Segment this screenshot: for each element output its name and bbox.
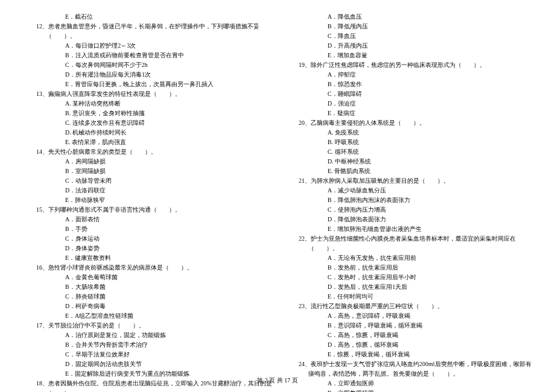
q15-option-d: D．身体姿势: [36, 244, 274, 253]
right-column: A．降低血压 B．降低颅内压 C．降血压 D．升高颅内压 E．增加血容量 19、…: [299, 12, 537, 392]
q14-option-b: B．室间隔缺损: [36, 166, 274, 176]
q13-option-d: D. 机械动作持续时间长: [36, 128, 274, 138]
q19-option-a: A．抑郁症: [299, 70, 537, 80]
q19-option-d: D．强迫症: [299, 99, 537, 109]
q22-option-a: A．无论有无发热，抗生素应用前: [299, 253, 537, 263]
q20-text: 20、乙脑病毒主要侵犯的人体系统是（ ）。: [299, 118, 537, 128]
q16-option-a: A．金黄色葡萄球菌: [36, 273, 274, 282]
q15-option-b: B．手势: [36, 224, 274, 234]
q22-option-e: E．任何时间均可: [299, 292, 537, 302]
q13-option-e: E. 表情呆滞，肌肉强直: [36, 138, 274, 147]
q20-option-e: E. 骨骼肌肉系统: [299, 166, 537, 176]
q12-option-e: E．胃管应每日更换，晚上拔出，次晨再由另一鼻孔插入: [36, 80, 274, 89]
q14-text: 14、先天性心脏病最常见的类型是（ ）。: [36, 147, 274, 157]
q17-option-a: A．治疗原则是复位，固定，功能锻炼: [36, 330, 274, 340]
q16-option-e: E．A组乙型溶血性链球菌: [36, 311, 274, 321]
q13-text: 13、癫痫病人强直阵挛发生的特征性表现是（ ）。: [36, 89, 274, 99]
q21-option-b: B．降低肺泡内泡沫的表面张力: [299, 195, 537, 205]
q21-text: 21、为肺水肿病人采取加压吸氧的主要目的是（ ）。: [299, 176, 537, 186]
q17-option-b: B．合并关节内骨折需手术治疗: [36, 340, 274, 350]
q14-option-a: A．房间隔缺损: [36, 157, 274, 166]
left-column: E．截石位 12、患者患脑血管意外，昏迷已半年，长期鼻饲，在护理操作中，下列哪项…: [36, 12, 274, 392]
q23-text: 23、流行性乙型脑炎极期最严重的三种症状（ ）。: [299, 302, 537, 311]
q18-option-e: E．增加血容量: [299, 51, 537, 60]
q20-option-a: A. 免疫系统: [299, 128, 537, 138]
q22-text: 22、护士为亚急性细菌性心内膜炎患者采集血培养标本时，最适宜的采集时间应在（ ）…: [299, 234, 537, 253]
q13-option-c: C. 连续多次发作且有意识障碍: [36, 118, 274, 128]
q23-option-a: A．高热，意识障碍，呼吸衰竭: [299, 311, 537, 321]
q20-option-c: C. 循环系统: [299, 147, 537, 157]
q17-option-d: D．固定期间勿活动患肢关节: [36, 359, 274, 369]
q18-option-b: B．降低颅内压: [299, 22, 537, 31]
q13-option-b: B. 意识丧失，全身对称性抽搐: [36, 109, 274, 118]
q16-option-b: B．大肠埃希菌: [36, 282, 274, 292]
q16-option-d: D．柯萨奇病毒: [36, 302, 274, 311]
q14-option-c: C．动脉导管未闭: [36, 176, 274, 186]
q15-option-e: E．健康宣教资料: [36, 253, 274, 263]
q15-text: 15、下列哪种沟通形式不属于非语言性沟通（ ）。: [36, 205, 274, 215]
q20-option-d: D. 中枢神经系统: [299, 157, 537, 166]
q18-option-d: D．升高颅内压: [299, 41, 537, 51]
q16-option-c: C．肺炎链球菌: [36, 292, 274, 302]
q21-option-c: C．使肺泡内压力增高: [299, 205, 537, 215]
q21-option-d: D．降低肺泡表面张力: [299, 215, 537, 224]
q19-option-c: C．睡眠障碍: [299, 89, 537, 99]
q15-option-c: C．身体运动: [36, 234, 274, 244]
q15-option-a: A．面部表情: [36, 215, 274, 224]
q23-option-d: D．高热，惊厥，循环衰竭: [299, 340, 537, 350]
q22-option-c: C．发热时，抗生素应用后半小时: [299, 273, 537, 282]
q13-option-a: A. 某种活动突然终断: [36, 99, 274, 109]
page-content: E．截石位 12、患者患脑血管意外，昏迷已半年，长期鼻饲，在护理操作中，下列哪项…: [0, 0, 555, 392]
q18-option-a: A．降低血压: [299, 12, 537, 22]
q22-option-b: B．发热前，抗生素应用后: [299, 263, 537, 273]
q21-option-a: A．减少动脉血氧分压: [299, 186, 537, 195]
q21-option-e: E．增加肺泡毛细血管渗出液的产生: [299, 224, 537, 234]
q19-text: 19、除外广泛性焦虑障碍，焦虑症的另一种临床表现形式为（ ）。: [299, 60, 537, 70]
q20-option-b: B. 呼吸系统: [299, 138, 537, 147]
q11-option-e: E．截石位: [36, 12, 274, 22]
q19-option-e: E．疑病症: [299, 109, 537, 118]
q17-option-c: C．早期手法复位效果好: [36, 350, 274, 359]
q12-option-d: D．所有灌注物品应每天消毒1次: [36, 70, 274, 80]
q19-option-b: B．惊恐发作: [299, 80, 537, 89]
q12-option-c: C．每次鼻饲间隔时间不少于2h: [36, 60, 274, 70]
q23-option-e: E．惊厥，呼吸衰竭，循环衰竭: [299, 350, 537, 359]
q18-option-c: C．降血压: [299, 31, 537, 41]
q12-option-a: A．每日做口腔护理2～3次: [36, 41, 274, 51]
q24-option-b: B．立即气管插管: [299, 388, 537, 392]
q22-option-d: D．发热后，抗生素应用1天后: [299, 282, 537, 292]
q14-option-e: E．肺动脉狭窄: [36, 195, 274, 205]
page-footer: 第 2 页 共 17 页: [0, 376, 555, 385]
q23-option-c: C．高热，惊厥，呼吸衰竭: [299, 330, 537, 340]
q12-option-b: B．注入流质或药物前要检查胃管是否在胃中: [36, 51, 274, 60]
q14-option-d: D．法洛四联症: [36, 186, 274, 195]
q17-text: 17、关节脱位治疗中不妥的是（ ）。: [36, 321, 274, 330]
q16-text: 16、急性肾小球肾炎前驱感染最常见的病原体是（ ）。: [36, 263, 274, 273]
q23-option-b: B．意识障碍，呼吸衰竭，循环衰竭: [299, 321, 537, 330]
q12-text: 12、患者患脑血管意外，昏迷已半年，长期鼻饲，在护理操作中，下列哪项措施不妥（ …: [36, 22, 274, 41]
